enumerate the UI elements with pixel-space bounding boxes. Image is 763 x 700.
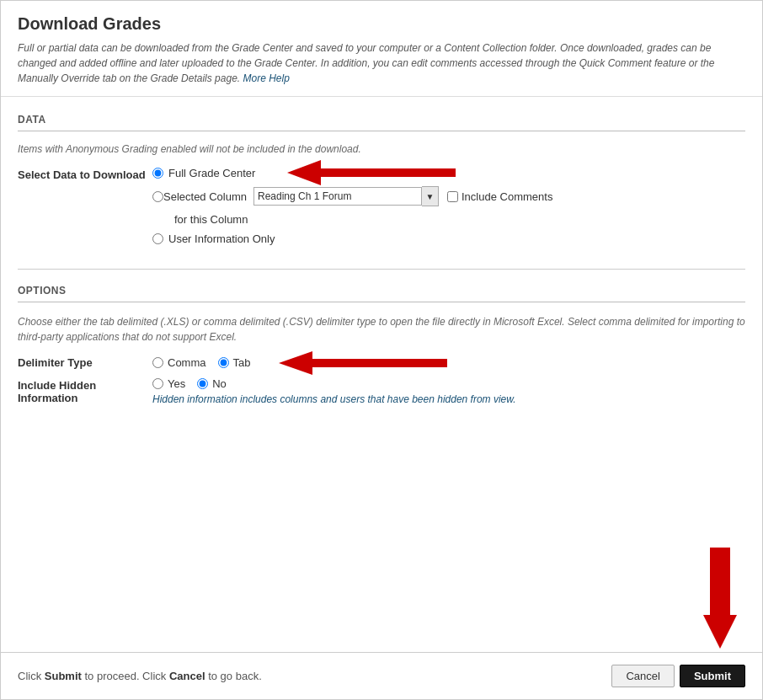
comma-option: Comma bbox=[152, 356, 206, 369]
cancel-button[interactable]: Cancel bbox=[611, 665, 674, 687]
select-data-label: Select Data to Download bbox=[18, 167, 152, 181]
user-info-only-radio[interactable] bbox=[152, 233, 163, 244]
tab-label[interactable]: Tab bbox=[233, 356, 251, 369]
column-select-wrapper: Reading Ch 1 Forum ▼ Include Comments bbox=[253, 186, 552, 206]
no-label[interactable]: No bbox=[212, 377, 227, 390]
selected-column-radio[interactable] bbox=[152, 191, 163, 202]
more-help-link[interactable]: More Help bbox=[243, 72, 290, 84]
no-option: No bbox=[197, 377, 227, 390]
delimiter-type-label: Delimiter Type bbox=[18, 356, 152, 369]
for-this-column-text: for this Column bbox=[174, 213, 745, 226]
description-text: Full or partial data can be downloaded f… bbox=[18, 42, 714, 84]
footer-buttons: Cancel Submit bbox=[611, 665, 745, 687]
anonymous-grading-note: Items with Anonymous Grading enabled wil… bbox=[18, 143, 745, 155]
tab-radio[interactable] bbox=[218, 357, 229, 368]
content-area: DATA Items with Anonymous Grading enable… bbox=[1, 97, 762, 506]
svg-marker-2 bbox=[703, 548, 737, 649]
cancel-bold: Cancel bbox=[169, 670, 205, 682]
full-grade-center-radio[interactable] bbox=[152, 168, 163, 179]
data-section: DATA Items with Anonymous Grading enable… bbox=[18, 114, 745, 252]
page-wrapper: Download Grades Full or partial data can… bbox=[0, 0, 763, 700]
column-dropdown[interactable]: Reading Ch 1 Forum bbox=[253, 187, 422, 206]
footer-spacer bbox=[18, 422, 745, 489]
select-data-controls: Full Grade Center Selected Column Readin… bbox=[152, 167, 745, 252]
header-description: Full or partial data can be downloaded f… bbox=[18, 40, 745, 86]
hidden-info-row: Include Hidden Information Yes No Hidden… bbox=[18, 377, 745, 405]
footer-instructions: Click Submit to proceed. Click Cancel to… bbox=[18, 670, 262, 682]
page-title: Download Grades bbox=[18, 14, 745, 34]
header-section: Download Grades Full or partial data can… bbox=[1, 1, 762, 97]
section-divider-1 bbox=[18, 269, 745, 270]
submit-bold: Submit bbox=[45, 670, 82, 682]
delimiter-options: Comma Tab bbox=[152, 356, 250, 369]
user-info-only-label[interactable]: User Information Only bbox=[168, 232, 275, 245]
hidden-info-options: Yes No bbox=[152, 377, 516, 390]
arrow-annotation-1 bbox=[287, 160, 456, 185]
hidden-no-radio[interactable] bbox=[197, 378, 208, 389]
select-data-row: Select Data to Download Full Grade Cente… bbox=[18, 167, 745, 252]
hidden-info-controls: Yes No Hidden information includes colum… bbox=[152, 377, 516, 405]
arrow-annotation-2 bbox=[279, 351, 447, 375]
full-grade-center-label[interactable]: Full Grade Center bbox=[168, 167, 255, 179]
selected-column-row: Selected Column Reading Ch 1 Forum ▼ Inc… bbox=[152, 186, 745, 206]
hidden-info-note: Hidden information includes columns and … bbox=[152, 393, 516, 405]
include-comments-label[interactable]: Include Comments bbox=[462, 190, 552, 203]
footer-section: Click Submit to proceed. Click Cancel to… bbox=[1, 652, 762, 699]
hidden-info-label: Include Hidden Information bbox=[18, 377, 152, 404]
comma-radio[interactable] bbox=[152, 357, 163, 368]
svg-marker-1 bbox=[279, 351, 447, 375]
yes-label[interactable]: Yes bbox=[168, 377, 185, 390]
options-section-heading: OPTIONS bbox=[18, 285, 745, 302]
dropdown-arrow-btn[interactable]: ▼ bbox=[422, 186, 439, 206]
hidden-yes-radio[interactable] bbox=[152, 378, 163, 389]
comma-label[interactable]: Comma bbox=[168, 356, 206, 369]
yes-option: Yes bbox=[152, 377, 185, 390]
submit-button[interactable]: Submit bbox=[680, 665, 745, 687]
options-note: Choose either the tab delimited (.XLS) o… bbox=[18, 314, 745, 345]
arrow-annotation-down bbox=[703, 548, 737, 649]
selected-column-label[interactable]: Selected Column bbox=[163, 190, 247, 203]
full-grade-center-row: Full Grade Center bbox=[152, 167, 745, 179]
delimiter-type-row: Delimiter Type Comma Tab bbox=[18, 356, 745, 369]
include-comments-checkbox[interactable] bbox=[447, 191, 458, 202]
include-comments-wrapper: Include Comments bbox=[447, 190, 552, 203]
data-section-heading: DATA bbox=[18, 114, 745, 131]
tab-option: Tab bbox=[218, 356, 251, 369]
svg-marker-0 bbox=[287, 160, 456, 185]
options-section: OPTIONS Choose either the tab delimited … bbox=[18, 285, 745, 405]
user-info-only-row: User Information Only bbox=[152, 232, 745, 245]
